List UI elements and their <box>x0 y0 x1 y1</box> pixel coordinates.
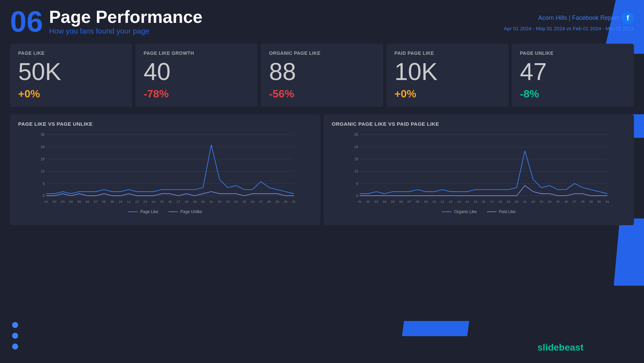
svg-text:26: 26 <box>251 200 254 204</box>
svg-text:10: 10 <box>119 200 122 204</box>
svg-text:03: 03 <box>374 200 378 204</box>
chart-container-chart-like-vs-unlike: PAGE LIKE VS PAGE UNLIKE0612182430010203… <box>10 114 320 225</box>
header-left: 06 Page Performance How you fans found y… <box>10 7 203 36</box>
kpi-label: PAGE LIKE <box>18 50 124 56</box>
branding: slidebeast <box>537 342 583 353</box>
chart-svg: 0612182430010203040506070809101112131415… <box>332 131 626 205</box>
legend-label: Organic Like <box>454 209 477 214</box>
svg-text:19: 19 <box>193 200 197 204</box>
svg-text:20: 20 <box>201 200 205 204</box>
chart-svg: 0612182430010203040506070809101112131415… <box>18 131 312 205</box>
kpi-value: 47 <box>520 58 626 85</box>
svg-text:18: 18 <box>41 157 45 161</box>
date-range: Apr 01 2024 - May 01 2024 vs Feb 01 2024… <box>504 26 634 31</box>
report-title: Acorn Hills | Facebook Report f <box>538 12 634 24</box>
charts-row: PAGE LIKE VS PAGE UNLIKE0612182430010203… <box>0 111 644 229</box>
header-title-group: Page Performance How you fans found your… <box>49 7 203 35</box>
svg-text:12: 12 <box>41 169 45 173</box>
kpi-value: 50K <box>18 58 124 85</box>
svg-text:24: 24 <box>548 200 552 204</box>
legend-item: Page Like <box>128 209 158 214</box>
svg-text:12: 12 <box>449 200 452 204</box>
legend-line <box>487 211 496 212</box>
svg-text:01: 01 <box>44 200 48 204</box>
svg-text:23: 23 <box>226 200 230 204</box>
svg-text:25: 25 <box>242 200 246 204</box>
svg-text:17: 17 <box>490 200 494 204</box>
legend-item: Paid Like <box>487 209 516 214</box>
svg-text:28: 28 <box>267 200 271 204</box>
svg-text:24: 24 <box>354 145 358 149</box>
svg-text:21: 21 <box>209 200 213 204</box>
svg-text:22: 22 <box>218 200 222 204</box>
svg-text:23: 23 <box>539 200 543 204</box>
kpi-card-organic-page-like: ORGANIC PAGE LIKE 88 -56% <box>261 44 383 107</box>
svg-text:12: 12 <box>354 169 358 173</box>
svg-text:29: 29 <box>589 200 593 204</box>
chart-area: 0612182430010203040506070809101112131415… <box>332 131 626 205</box>
svg-text:11: 11 <box>127 200 131 204</box>
header-right: Acorn Hills | Facebook Report f Apr 01 2… <box>504 12 634 31</box>
svg-text:26: 26 <box>564 200 568 204</box>
page-header: 06 Page Performance How you fans found y… <box>0 0 644 40</box>
svg-text:15: 15 <box>160 200 164 204</box>
svg-text:25: 25 <box>556 200 560 204</box>
kpi-label: PAGE UNLIKE <box>520 50 626 56</box>
dot-3 <box>12 344 18 350</box>
page-subtitle: How you fans found your page <box>49 27 203 36</box>
page-number: 06 <box>10 7 43 36</box>
svg-text:0: 0 <box>43 194 45 198</box>
svg-text:06: 06 <box>86 200 89 204</box>
kpi-value: 88 <box>269 58 375 85</box>
svg-text:18: 18 <box>185 200 189 204</box>
svg-text:6: 6 <box>356 182 358 186</box>
svg-text:19: 19 <box>507 200 510 204</box>
page-title: Page Performance <box>49 7 203 27</box>
legend-item: Page Unlike <box>168 209 202 214</box>
kpi-card-page-like-growth: PAGE LIKE GROWTH 40 -78% <box>135 44 257 107</box>
svg-text:17: 17 <box>176 200 180 204</box>
svg-text:11: 11 <box>441 200 444 204</box>
svg-text:13: 13 <box>457 200 461 204</box>
kpi-label: ORGANIC PAGE LIKE <box>269 50 375 56</box>
chart-title: PAGE LIKE VS PAGE UNLIKE <box>18 121 312 127</box>
kpi-change: -78% <box>144 88 249 100</box>
kpi-change: -8% <box>520 88 626 100</box>
svg-text:27: 27 <box>259 200 263 204</box>
svg-text:18: 18 <box>354 157 358 161</box>
chart-legend: Organic LikePaid Like <box>332 209 626 214</box>
svg-text:30: 30 <box>284 200 287 204</box>
svg-text:29: 29 <box>276 200 279 204</box>
dot-2 <box>12 333 18 339</box>
chart-legend: Page LikePage Unlike <box>18 209 312 214</box>
svg-text:15: 15 <box>474 200 477 204</box>
svg-text:08: 08 <box>416 200 419 204</box>
svg-text:30: 30 <box>41 133 45 137</box>
svg-text:30: 30 <box>597 200 601 204</box>
svg-text:27: 27 <box>573 200 576 204</box>
kpi-change: +0% <box>395 88 500 100</box>
svg-text:6: 6 <box>43 182 45 186</box>
svg-text:07: 07 <box>94 200 98 204</box>
svg-text:31: 31 <box>292 200 296 204</box>
kpi-label: PAGE LIKE GROWTH <box>144 50 249 56</box>
svg-text:08: 08 <box>102 200 106 204</box>
svg-text:30: 30 <box>354 133 358 137</box>
chart-container-chart-organic-vs-paid: ORGANIC PAGE LIKE VS PAID PAGE LIKE06121… <box>324 114 634 225</box>
svg-text:18: 18 <box>498 200 502 204</box>
kpi-value: 10K <box>395 58 500 85</box>
svg-text:28: 28 <box>581 200 585 204</box>
svg-text:16: 16 <box>482 200 486 204</box>
chart-area: 0612182430010203040506070809101112131415… <box>18 131 312 205</box>
svg-text:06: 06 <box>399 200 403 204</box>
svg-text:14: 14 <box>152 200 155 204</box>
svg-text:02: 02 <box>366 200 370 204</box>
legend-line <box>168 211 178 212</box>
svg-text:22: 22 <box>531 200 535 204</box>
svg-text:14: 14 <box>465 200 469 204</box>
svg-text:12: 12 <box>135 200 139 204</box>
bottom-dots <box>12 322 18 350</box>
deco-bottom-mid <box>402 321 469 336</box>
svg-text:09: 09 <box>111 200 114 204</box>
chart-title: ORGANIC PAGE LIKE VS PAID PAGE LIKE <box>332 121 626 127</box>
